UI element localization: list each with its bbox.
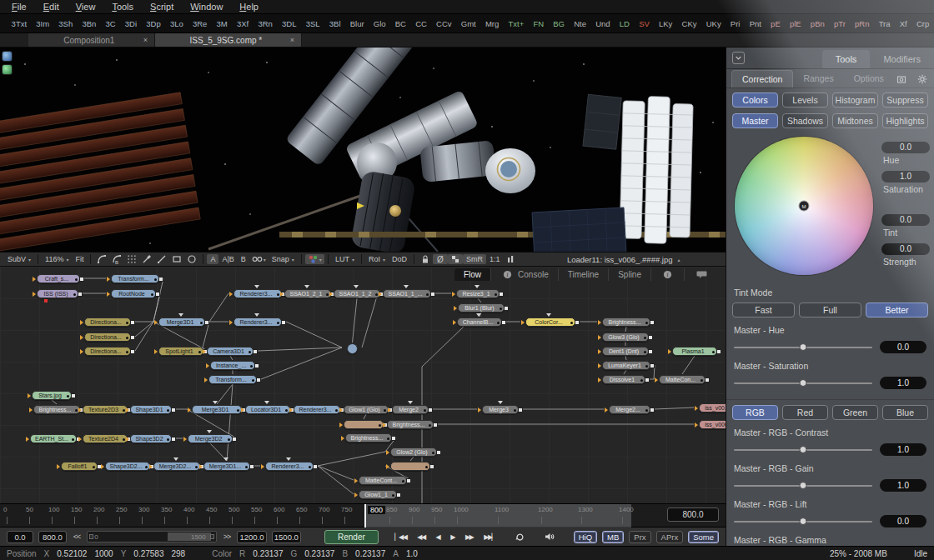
flow-node-issv_a[interactable]: iss_v00...: [699, 403, 726, 412]
channel-rgb-button[interactable]: RGB: [732, 405, 778, 420]
tint-mode-full-button[interactable]: Full: [799, 302, 861, 318]
slider-thumb[interactable]: [800, 379, 807, 387]
step-back-button[interactable]: <<: [72, 532, 83, 541]
toolbar-item-txt[interactable]: Txt+: [504, 19, 529, 28]
flow-node-mrg3d2b[interactable]: Merge3D2...: [153, 462, 200, 471]
toolbar-item-ptr[interactable]: pTr: [829, 19, 850, 28]
flow-node-tex3[interactable]: Texture2D3: [83, 405, 128, 414]
toolbar-item-blur[interactable]: Blur: [345, 19, 369, 28]
toolbar-item-3dl[interactable]: 3DL: [277, 19, 301, 28]
toolbar-item-cc[interactable]: CC: [411, 19, 432, 28]
tint-mode-fast-button[interactable]: Fast: [732, 302, 795, 318]
comment-icon[interactable]: [694, 270, 710, 279]
roi-button[interactable]: RoI: [365, 254, 389, 264]
buffer-a-button[interactable]: A: [207, 254, 218, 264]
flow-node-ren_b[interactable]: Renderer3...: [234, 318, 282, 327]
flow-node-glow2[interactable]: Glow2 (Glo): [390, 448, 437, 457]
flow-node-dir3[interactable]: Directiona...: [84, 347, 131, 356]
hiq-toggle[interactable]: HiQ: [574, 531, 597, 543]
slider-track[interactable]: [734, 521, 872, 522]
slider-thumb[interactable]: [800, 343, 807, 351]
snap-button[interactable]: Snap: [269, 254, 298, 264]
toolbar-item-gmt[interactable]: Gmt: [456, 19, 480, 28]
toolbar-item-tra[interactable]: Tra: [874, 19, 895, 28]
flow-node-tan_a[interactable]: [344, 420, 384, 429]
flow-node-shp2[interactable]: Shape3D2: [130, 434, 172, 443]
timeline-ruler[interactable]: 0501001502002503003504004505005506006507…: [0, 504, 726, 528]
flow-node-diss1[interactable]: Dissolve1: [602, 375, 645, 384]
lock-icon[interactable]: [418, 254, 433, 264]
buffer-ab-button[interactable]: A|B: [218, 254, 237, 264]
jump-to-start-button[interactable]: ▏◀◀: [392, 533, 409, 541]
toolbar-item-sv[interactable]: SV: [635, 19, 655, 28]
current-frame-field[interactable]: 800.0: [667, 508, 719, 522]
flow-node-ssao21[interactable]: SSAO1_2_1: [284, 289, 331, 298]
slider-thumb[interactable]: [800, 482, 807, 489]
flow-node-bright5[interactable]: Brightness...: [387, 420, 434, 429]
flow-node-ccorr[interactable]: ColorCor...: [525, 318, 575, 327]
flow-node-bright_a[interactable]: Brightness...: [602, 318, 650, 327]
toolbar-item-bg[interactable]: BG: [549, 19, 570, 28]
flow-node-mrg3[interactable]: Merge3: [482, 405, 519, 414]
toolbar-item-mrg[interactable]: Mrg: [480, 19, 504, 28]
tint-value-field[interactable]: 0.0: [881, 214, 930, 226]
menu-view[interactable]: View: [68, 2, 104, 12]
toolbar-item-3im[interactable]: 3Im: [32, 19, 54, 28]
flow-node-glow3[interactable]: Glow3 (Glo): [602, 332, 649, 342]
rgb-channels-icon[interactable]: [305, 254, 324, 264]
toolbar-item-3dp[interactable]: 3Dp: [142, 19, 166, 28]
flow-node-mrg3d2a[interactable]: Merge3D2: [188, 434, 233, 443]
brush-icon[interactable]: [139, 254, 154, 264]
range-scrollbar[interactable]: 01500: [87, 531, 217, 542]
slider-value-field[interactable]: 1.0: [880, 377, 926, 389]
comp-end-field[interactable]: 800.0: [38, 531, 67, 543]
subtab-options[interactable]: Options: [844, 70, 894, 88]
toolbar-item-nte[interactable]: Nte: [570, 19, 591, 28]
menu-edit[interactable]: Edit: [35, 2, 68, 12]
snapshot-icon[interactable]: [894, 74, 909, 84]
play-forward-button[interactable]: ▶: [448, 533, 458, 541]
flow-node-root[interactable]: RootNode: [111, 289, 156, 298]
loop-icon[interactable]: [512, 532, 528, 542]
flow-node-ssao11[interactable]: SSAO1_1_...: [383, 289, 431, 298]
playhead[interactable]: [364, 504, 366, 528]
flow-node-dent1[interactable]: Dent1 (Dnt): [602, 347, 649, 356]
toolbar-item-pe[interactable]: pE: [766, 19, 786, 28]
play-reverse-button[interactable]: ◀: [433, 533, 443, 541]
flow-node-mrg3d1c[interactable]: Merge3D1...: [203, 462, 250, 471]
toolbar-item-ple[interactable]: plE: [785, 19, 806, 28]
flow-node-chanb[interactable]: ChannelB...: [457, 318, 502, 327]
toolbar-item-xf[interactable]: Xf: [895, 19, 911, 28]
subtab-ranges[interactable]: Ranges: [793, 70, 843, 88]
toolbar-item-pnt[interactable]: Pnt: [745, 19, 766, 28]
flow-node-luma1[interactable]: LumaKeyer1: [602, 361, 650, 370]
saturation-value-field[interactable]: 1.0: [881, 171, 930, 182]
speaker-icon[interactable]: [541, 532, 557, 542]
flow-node-earth[interactable]: EARTH_St...: [30, 434, 77, 443]
fast-rewind-button[interactable]: ◀◀: [414, 533, 428, 541]
comp-tab-1[interactable]: ISS_5_9SG.comp *×: [155, 33, 302, 47]
toolbar-item-prn[interactable]: pRn: [850, 19, 874, 28]
flow-tab-spline[interactable]: Spline: [608, 268, 650, 281]
one-to-one-button[interactable]: 1:1: [486, 254, 504, 264]
levels-button[interactable]: Levels: [782, 92, 828, 108]
toolbar-item-cky[interactable]: CKy: [677, 19, 701, 28]
subview-button[interactable]: SubV: [4, 254, 34, 264]
render-end-field[interactable]: 1500.0: [272, 531, 301, 543]
flow-node-inst1[interactable]: Instance_...: [210, 361, 255, 370]
flow-node-glow11[interactable]: Glow1_1: [359, 490, 397, 499]
render-start-field[interactable]: 1200.0: [237, 531, 266, 543]
info-icon[interactable]: i: [660, 270, 675, 279]
toolbar-item-glo[interactable]: Glo: [369, 19, 390, 28]
close-icon[interactable]: ×: [143, 36, 148, 44]
flow-node-dir1[interactable]: Directiona...: [84, 318, 131, 327]
gear-icon[interactable]: [915, 74, 930, 84]
flow-node-shp2b[interactable]: Shape3D2...: [105, 462, 150, 471]
slider-track[interactable]: [734, 382, 872, 384]
stereo-goggles-icon[interactable]: [249, 254, 269, 264]
flow-node-issv_b[interactable]: iss_v006...: [699, 420, 726, 429]
channel-blue-button[interactable]: Blue: [882, 405, 928, 420]
toolbar-item-3sh[interactable]: 3Sh: [54, 19, 78, 28]
flow-tab-icon-4[interactable]: i: [650, 268, 684, 281]
toolbar-item-3bl[interactable]: 3Bl: [324, 19, 345, 28]
